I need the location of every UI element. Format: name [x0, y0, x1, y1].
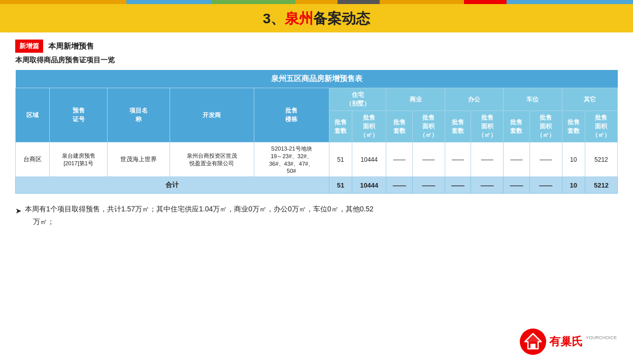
top-bar [0, 0, 633, 4]
top-bar-seg-2 [126, 0, 211, 4]
col-group-res: 住宅（别墅） [329, 88, 386, 111]
cell-district: 台商区 [16, 142, 50, 177]
summary-item: ➤ 本周有1个项目取得预售，共计1.57万㎡；其中住宅供应1.04万㎡，商业0万… [15, 203, 618, 228]
col-group-other: 其它 [562, 88, 617, 111]
col-group-office: 办公 [445, 88, 503, 111]
cell-building: S2013-21号地块19～23#、32#、36#、43#、47#、50# [254, 142, 329, 177]
total-comm-count: —— [386, 177, 412, 194]
col-office-area: 批售面积（㎡） [471, 111, 504, 142]
table-title: 泉州五区商品房新增预售表 [16, 70, 618, 88]
page-title-section: 3、泉州备案动态 [0, 4, 633, 32]
top-bar-seg-4 [295, 0, 338, 4]
logo-text: 有巢氏 [549, 334, 583, 349]
col-comm-area: 批售面积（㎡） [412, 111, 445, 142]
col-project: 项目名称 [107, 88, 170, 142]
col-group-comm: 商业 [386, 88, 445, 111]
top-bar-seg-8 [507, 0, 633, 4]
col-parking-count: 批售套数 [504, 111, 529, 142]
top-bar-seg-3 [211, 0, 295, 4]
cell-permit: 泉台建房预售[2017]第1号 [50, 142, 108, 177]
cell-parking-count: —— [504, 142, 529, 177]
section-title: 本周新增预售 [48, 42, 94, 51]
col-developer: 开发商 [170, 88, 254, 142]
col-res-count: 批售套数 [329, 111, 352, 142]
svg-rect-2 [530, 344, 536, 349]
cell-office-count: —— [445, 142, 471, 177]
col-comm-count: 批售套数 [386, 111, 412, 142]
page-title-highlight: 泉州 [285, 11, 313, 26]
total-comm-area: —— [412, 177, 445, 194]
page-title-prefix: 3、 [263, 11, 285, 26]
badge-new: 新增篇 [15, 40, 43, 53]
total-office-count: —— [445, 177, 471, 194]
total-other-area: 5212 [585, 177, 617, 194]
table-row: 台商区 泉台建房预售[2017]第1号 世茂海上世界 泉州台商投资区世茂悦盈置业… [16, 142, 618, 177]
total-other-count: 10 [562, 177, 585, 194]
col-other-area: 批售面积（㎡） [585, 111, 617, 142]
cell-comm-count: —— [386, 142, 412, 177]
top-bar-seg-7 [464, 0, 506, 4]
sub-title: 本周取得商品房预售证项目一览 [15, 56, 618, 65]
total-label: 合计 [16, 177, 329, 194]
logo-sub: YOURCHOICE [586, 335, 617, 340]
total-res-area: 10444 [352, 177, 386, 194]
cell-other-count: 10 [562, 142, 585, 177]
col-parking-area: 批售面积（㎡） [529, 111, 562, 142]
cell-res-area: 10444 [352, 142, 386, 177]
cell-other-area: 5212 [585, 142, 617, 177]
cell-parking-area: —— [529, 142, 562, 177]
summary-section: ➤ 本周有1个项目取得预售，共计1.57万㎡；其中住宅供应1.04万㎡，商业0万… [15, 203, 618, 228]
section-header: 新增篇 本周新增预售 [15, 40, 618, 53]
col-group-parking: 车位 [504, 88, 562, 111]
col-other-count: 批售套数 [562, 111, 585, 142]
main-table: 泉州五区商品房新增预售表 区域 预售证号 项目名称 开发商 批售楼栋 住宅（别墅… [15, 70, 618, 194]
total-res-count: 51 [329, 177, 352, 194]
cell-res-count: 51 [329, 142, 352, 177]
col-res-area: 批售面积（㎡） [352, 111, 386, 142]
col-permit: 预售证号 [50, 88, 108, 142]
top-bar-seg-5 [338, 0, 380, 4]
col-office-count: 批售套数 [445, 111, 471, 142]
page-title-suffix: 备案动态 [313, 11, 370, 26]
logo-area: 有巢氏 YOURCHOICE [520, 329, 617, 355]
arrow-icon: ➤ [15, 204, 22, 217]
col-district: 区域 [16, 88, 50, 142]
col-building: 批售楼栋 [254, 88, 329, 142]
top-bar-seg-6 [380, 0, 464, 4]
total-row: 合计 51 10444 —— —— —— —— —— —— 10 5212 [16, 177, 618, 194]
top-bar-seg-1 [0, 0, 126, 4]
cell-office-area: —— [471, 142, 504, 177]
total-parking-area: —— [529, 177, 562, 194]
total-parking-count: —— [504, 177, 529, 194]
total-office-area: —— [471, 177, 504, 194]
cell-developer: 泉州台商投资区世茂悦盈置业有限公司 [170, 142, 254, 177]
cell-project: 世茂海上世界 [107, 142, 170, 177]
table-wrap: 泉州五区商品房新增预售表 区域 预售证号 项目名称 开发商 批售楼栋 住宅（别墅… [15, 70, 618, 194]
summary-text: 本周有1个项目取得预售，共计1.57万㎡；其中住宅供应1.04万㎡，商业0万㎡，… [25, 203, 374, 228]
logo-icon [520, 329, 546, 355]
cell-comm-area: —— [412, 142, 445, 177]
